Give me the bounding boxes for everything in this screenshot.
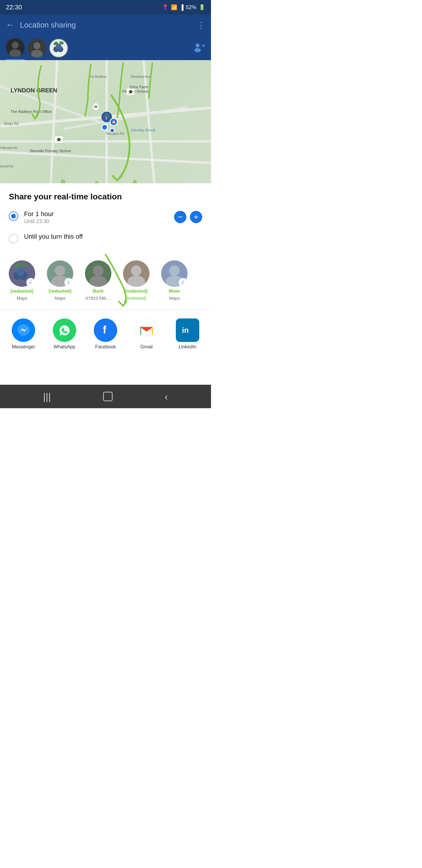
nav-bar: ||| ‹	[0, 385, 211, 408]
status-time: 22:30	[6, 3, 22, 11]
map-pin-blue-1	[101, 124, 108, 130]
svg-text:2: 2	[105, 117, 107, 120]
avatar-item-1[interactable]	[6, 38, 25, 60]
radio-turnoff[interactable]	[9, 234, 18, 243]
map-area: LYNDON GREEN The Radleys Post Office Elm…	[0, 60, 211, 183]
back-button[interactable]: ←	[6, 20, 14, 30]
map-post-office-icon: ✉	[93, 103, 99, 110]
svg-point-14	[194, 48, 201, 52]
share-section: Share your real-time location For 1 hour…	[0, 183, 211, 257]
contact-item-2[interactable]: [redacted] Maps	[44, 260, 76, 301]
map-label-elms-farm: Elms FarmPrimary School	[123, 85, 148, 94]
maps-badge-2	[64, 278, 73, 287]
app-share-messenger[interactable]: Messenger	[12, 318, 35, 349]
messenger-icon	[12, 318, 35, 342]
app-bar-title: Location sharing	[20, 21, 197, 30]
gmail-icon	[135, 318, 158, 342]
radio-1hour[interactable]	[9, 211, 18, 221]
radio-1hour-sublabel: Until 23:30	[24, 218, 174, 225]
divider	[0, 309, 211, 310]
svg-text:f: f	[103, 324, 107, 336]
svg-text:+: +	[202, 42, 205, 49]
option-turnoff[interactable]: Until you turn this off	[9, 233, 202, 243]
radio-1hour-label: For 1 hour	[24, 210, 174, 218]
avatar-2	[28, 39, 46, 58]
map-label-post-office: The Radleys Post Office	[10, 110, 52, 114]
svg-point-43	[169, 266, 180, 276]
radio-turnoff-text: Until you turn this off	[24, 233, 202, 241]
option-1hour[interactable]: For 1 hour Until 23:30 − +	[9, 210, 202, 225]
menu-button[interactable]: ⋮	[197, 20, 205, 30]
map-label-fallindale: Fallindale Rd	[0, 146, 17, 150]
contact-app-1: Maps	[17, 296, 28, 301]
spacer	[0, 355, 211, 385]
location-icon: 📍	[162, 4, 168, 10]
radio-turnoff-label: Until you turn this off	[24, 233, 202, 241]
increase-time-button[interactable]: +	[190, 211, 202, 223]
map-label-brays: Brays Rd	[4, 122, 19, 126]
app-share-linkedin[interactable]: in LinkedIn	[176, 318, 199, 349]
app-share-whatsapp[interactable]: WhatsApp	[53, 318, 76, 349]
contacts-row: [redacted] Maps	[6, 260, 205, 301]
radio-1hour-text: For 1 hour Until 23:30	[24, 210, 174, 225]
share-title: Share your real-time location	[9, 192, 202, 202]
map-label-horrell: Horrell Rd	[0, 165, 13, 168]
time-controls: − +	[174, 211, 202, 223]
decrease-time-button[interactable]: −	[174, 211, 186, 223]
svg-point-35	[68, 281, 70, 283]
contact-app-5: Maps	[169, 296, 180, 301]
wifi-icon: 📶	[171, 4, 177, 10]
svg-point-4	[33, 42, 40, 49]
contact-item-4[interactable]: [redacted] [redacted]	[120, 260, 152, 301]
whatsapp-icon	[53, 318, 76, 342]
map-label-radleys-road: The Radleys	[89, 75, 107, 78]
map-school-icon-1: 🎓	[127, 89, 134, 95]
contact-name-5: Mom	[169, 288, 180, 293]
svg-point-1	[12, 42, 19, 49]
app-share-row: Messenger WhatsApp f Facebook	[0, 313, 211, 355]
contact-name-4: [redacted]	[125, 288, 148, 293]
maps-badge-5	[179, 278, 188, 287]
nav-recent-button[interactable]: |||	[43, 391, 51, 402]
contact-avatar-2	[47, 260, 73, 287]
svg-point-26	[17, 268, 25, 276]
avatar-3	[49, 39, 68, 58]
facebook-label: Facebook	[95, 344, 116, 349]
svg-point-30	[30, 281, 32, 283]
map-label-elmstead: Elmstead Ave	[131, 75, 150, 78]
contact-avatar-4	[123, 260, 150, 287]
contact-suggestions: [redacted] Maps	[0, 257, 211, 306]
facebook-icon: f	[94, 318, 117, 342]
app-share-gmail[interactable]: Gmail	[135, 318, 158, 349]
nav-home-button[interactable]	[102, 391, 114, 402]
battery-icon: 🔋	[199, 4, 205, 10]
svg-point-37	[93, 266, 103, 276]
map-school-icon-2: 🎓	[55, 136, 63, 143]
avatar-item-3[interactable]	[49, 39, 68, 60]
contact-name-1: [redacted]	[10, 288, 33, 293]
nav-back-button[interactable]: ‹	[165, 391, 168, 402]
avatar-item-2[interactable]	[28, 39, 46, 60]
add-contact-button[interactable]: +	[193, 41, 205, 58]
avatar-1	[6, 38, 25, 57]
contact-app-4: [redacted]	[127, 296, 146, 301]
contact-app-2: Maps	[55, 296, 66, 301]
svg-point-40	[131, 266, 141, 276]
contact-avatar-3	[85, 260, 111, 287]
contact-item-3[interactable]: Barb 07923 590…	[82, 260, 114, 301]
map-label-tallington: Tallington Rd	[105, 132, 124, 135]
contact-avatar-5	[161, 260, 188, 287]
avatar-row: +	[0, 35, 211, 60]
linkedin-label: LinkedIn	[179, 344, 197, 349]
contact-avatar-1	[9, 260, 35, 287]
messenger-label: Messenger	[12, 344, 35, 349]
maps-badge-1	[26, 278, 35, 287]
app-share-facebook[interactable]: f Facebook	[94, 318, 117, 349]
whatsapp-label: WhatsApp	[54, 344, 75, 349]
contact-item-5[interactable]: Mom Maps	[158, 260, 191, 301]
map-label-stanville: Stanville Primary School	[30, 149, 71, 153]
svg-point-13	[195, 43, 200, 48]
linkedin-icon: in	[176, 318, 199, 342]
svg-point-32	[55, 266, 65, 276]
contact-item-1[interactable]: [redacted] Maps	[6, 260, 38, 301]
